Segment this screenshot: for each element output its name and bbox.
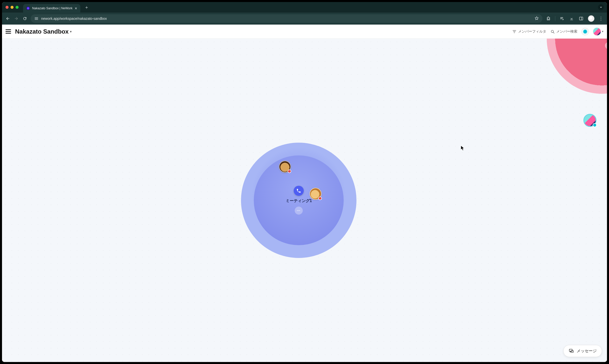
room-pink[interactable]: ⋯ <box>547 39 607 94</box>
toolbar-divider <box>555 16 555 21</box>
presence-status-button[interactable] <box>581 28 589 35</box>
room-more-button[interactable]: ⋯ <box>605 42 607 49</box>
browser-window: Nakazato Sandbox | NeWork ✕ ＋ nework.app… <box>2 2 607 362</box>
call-button[interactable] <box>294 186 304 196</box>
back-button[interactable] <box>5 16 11 21</box>
app-root: Nakazato Sandbox ▾ メンバーフィルタ メンバー検索 ▾ <box>2 25 607 362</box>
chevron-down-icon: ▾ <box>70 30 72 33</box>
reload-button[interactable] <box>22 16 28 21</box>
window-controls <box>6 6 19 9</box>
tab-title: Nakazato Sandbox | NeWork <box>32 7 73 10</box>
new-tab-button[interactable]: ＋ <box>82 3 91 11</box>
meeting-room-inner: ミーティング1 ⋯ <box>254 155 344 245</box>
user-menu-button[interactable]: ▾ <box>593 28 603 36</box>
workspace-title[interactable]: Nakazato Sandbox ▾ <box>15 28 72 35</box>
browser-toolbar: nework.app/workspace/nakazato-sandbox ⋮ <box>2 13 607 25</box>
member-search-label: メンバー検索 <box>556 29 577 34</box>
mic-muted-badge <box>318 197 322 200</box>
site-info-icon[interactable] <box>34 16 39 21</box>
window-close-button[interactable] <box>6 6 9 9</box>
meeting-name: ミーティング1 <box>286 198 312 204</box>
tab-close-button[interactable]: ✕ <box>75 7 77 10</box>
chevron-down-icon: ▾ <box>602 30 603 33</box>
tab-search-button[interactable] <box>598 4 604 10</box>
search-icon <box>550 29 555 34</box>
browser-tab[interactable]: Nakazato Sandbox | NeWork ✕ <box>23 4 80 13</box>
window-maximize-button[interactable] <box>16 6 19 9</box>
toolbar-right: ⋮ <box>545 15 604 22</box>
floating-member-avatar[interactable] <box>583 114 596 127</box>
workspace-canvas[interactable]: ⋯ ミ <box>2 39 607 362</box>
participant-avatar[interactable] <box>279 161 291 173</box>
tab-favicon <box>26 6 30 10</box>
member-search-button[interactable]: メンバー検索 <box>550 29 577 34</box>
phone-icon <box>296 188 301 193</box>
forward-button[interactable] <box>14 16 19 21</box>
user-avatar <box>593 28 601 36</box>
meeting-more-button[interactable]: ⋯ <box>295 207 303 215</box>
bookmark-star-icon[interactable] <box>534 16 539 21</box>
chat-icon <box>569 348 574 354</box>
url-text: nework.app/workspace/nakazato-sandbox <box>41 17 532 21</box>
downloads-icon[interactable] <box>569 16 574 21</box>
messages-label: メッセージ <box>577 348 597 354</box>
sidepanel-icon[interactable] <box>578 16 584 21</box>
filter-icon <box>512 29 517 34</box>
browser-tabstrip: Nakazato Sandbox | NeWork ✕ ＋ <box>2 2 607 13</box>
workspace-name: Nakazato Sandbox <box>15 28 69 35</box>
meeting-room[interactable]: ミーティング1 ⋯ <box>241 143 356 258</box>
extensions-icon[interactable] <box>545 16 551 21</box>
media-control-icon[interactable] <box>559 16 565 21</box>
member-filter-button[interactable]: メンバーフィルタ <box>512 29 546 34</box>
svg-rect-0 <box>579 17 583 20</box>
participant-avatar[interactable] <box>310 188 322 200</box>
svg-point-1 <box>551 30 554 32</box>
browser-menu-button[interactable]: ⋮ <box>598 16 604 21</box>
member-filter-label: メンバーフィルタ <box>518 29 546 34</box>
mic-muted-badge <box>288 169 291 173</box>
presence-indicator <box>593 123 597 127</box>
menu-button[interactable] <box>6 29 11 34</box>
app-header: Nakazato Sandbox ▾ メンバーフィルタ メンバー検索 ▾ <box>2 25 607 39</box>
messages-button[interactable]: メッセージ <box>563 345 602 357</box>
address-bar[interactable]: nework.app/workspace/nakazato-sandbox <box>31 14 542 23</box>
window-minimize-button[interactable] <box>11 6 14 9</box>
presence-dot-icon <box>583 30 587 33</box>
browser-profile-avatar[interactable] <box>588 15 594 22</box>
